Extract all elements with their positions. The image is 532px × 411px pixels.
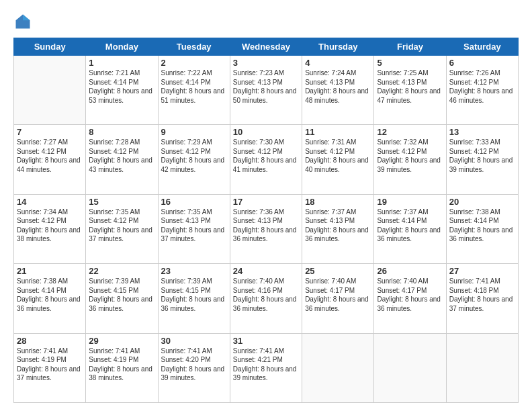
calendar-cell	[302, 333, 374, 402]
day-number: 5	[377, 58, 443, 68]
day-number: 8	[89, 127, 154, 137]
calendar-cell: 10 Sunrise: 7:30 AMSunset: 4:12 PMDaylig…	[230, 125, 302, 194]
day-number: 24	[233, 266, 299, 276]
day-number: 26	[377, 266, 443, 276]
cell-details: Sunrise: 7:32 AMSunset: 4:12 PMDaylight:…	[377, 138, 441, 173]
cell-details: Sunrise: 7:22 AMSunset: 4:14 PMDaylight:…	[161, 69, 225, 104]
day-number: 6	[449, 58, 515, 68]
calendar-cell	[446, 333, 518, 402]
day-number: 20	[449, 197, 515, 207]
day-number: 23	[161, 266, 227, 276]
calendar-week-row: 28 Sunrise: 7:41 AMSunset: 4:19 PMDaylig…	[14, 333, 519, 402]
logo	[13, 12, 35, 31]
calendar-cell: 5 Sunrise: 7:25 AMSunset: 4:13 PMDayligh…	[374, 56, 446, 125]
svg-marker-1	[23, 15, 30, 21]
cell-details: Sunrise: 7:39 AMSunset: 4:15 PMDaylight:…	[161, 277, 225, 312]
calendar-cell	[374, 333, 446, 402]
weekday-header: Thursday	[302, 38, 374, 56]
calendar-table: SundayMondayTuesdayWednesdayThursdayFrid…	[13, 38, 519, 403]
calendar-week-row: 14 Sunrise: 7:34 AMSunset: 4:12 PMDaylig…	[14, 194, 519, 263]
day-number: 28	[17, 336, 83, 346]
calendar-cell: 27 Sunrise: 7:41 AMSunset: 4:18 PMDaylig…	[446, 264, 518, 333]
cell-details: Sunrise: 7:40 AMSunset: 4:16 PMDaylight:…	[233, 277, 297, 312]
weekday-header: Monday	[86, 38, 158, 56]
calendar-cell: 24 Sunrise: 7:40 AMSunset: 4:16 PMDaylig…	[230, 264, 302, 333]
weekday-header: Friday	[374, 38, 446, 56]
day-number: 3	[233, 58, 299, 68]
day-number: 14	[17, 197, 83, 207]
calendar-cell: 14 Sunrise: 7:34 AMSunset: 4:12 PMDaylig…	[14, 194, 86, 263]
weekday-header-row: SundayMondayTuesdayWednesdayThursdayFrid…	[14, 38, 519, 56]
calendar-week-row: 7 Sunrise: 7:27 AMSunset: 4:12 PMDayligh…	[14, 125, 519, 194]
cell-details: Sunrise: 7:39 AMSunset: 4:15 PMDaylight:…	[89, 277, 152, 312]
calendar-cell: 1 Sunrise: 7:21 AMSunset: 4:14 PMDayligh…	[86, 56, 158, 125]
calendar-cell: 6 Sunrise: 7:26 AMSunset: 4:12 PMDayligh…	[446, 56, 518, 125]
cell-details: Sunrise: 7:35 AMSunset: 4:12 PMDaylight:…	[89, 208, 152, 243]
calendar-cell: 20 Sunrise: 7:38 AMSunset: 4:14 PMDaylig…	[446, 194, 518, 263]
calendar-cell: 17 Sunrise: 7:36 AMSunset: 4:13 PMDaylig…	[230, 194, 302, 263]
day-number: 9	[161, 127, 227, 137]
day-number: 25	[305, 266, 371, 276]
day-number: 30	[161, 336, 227, 346]
cell-details: Sunrise: 7:21 AMSunset: 4:14 PMDaylight:…	[89, 69, 152, 104]
day-number: 11	[305, 127, 371, 137]
day-number: 4	[305, 58, 371, 68]
calendar-cell: 30 Sunrise: 7:41 AMSunset: 4:20 PMDaylig…	[158, 333, 230, 402]
calendar-cell: 23 Sunrise: 7:39 AMSunset: 4:15 PMDaylig…	[158, 264, 230, 333]
calendar-cell: 7 Sunrise: 7:27 AMSunset: 4:12 PMDayligh…	[14, 125, 86, 194]
weekday-header: Tuesday	[158, 38, 230, 56]
calendar-cell: 25 Sunrise: 7:40 AMSunset: 4:17 PMDaylig…	[302, 264, 374, 333]
calendar-cell: 9 Sunrise: 7:29 AMSunset: 4:12 PMDayligh…	[158, 125, 230, 194]
day-number: 16	[161, 197, 227, 207]
cell-details: Sunrise: 7:41 AMSunset: 4:18 PMDaylight:…	[449, 277, 513, 312]
cell-details: Sunrise: 7:27 AMSunset: 4:12 PMDaylight:…	[17, 138, 81, 173]
weekday-header: Sunday	[14, 38, 86, 56]
calendar-week-row: 21 Sunrise: 7:38 AMSunset: 4:14 PMDaylig…	[14, 264, 519, 333]
cell-details: Sunrise: 7:41 AMSunset: 4:21 PMDaylight:…	[233, 347, 297, 382]
calendar-cell: 22 Sunrise: 7:39 AMSunset: 4:15 PMDaylig…	[86, 264, 158, 333]
day-number: 29	[89, 336, 154, 346]
calendar-cell: 8 Sunrise: 7:28 AMSunset: 4:12 PMDayligh…	[86, 125, 158, 194]
calendar-cell: 28 Sunrise: 7:41 AMSunset: 4:19 PMDaylig…	[14, 333, 86, 402]
header	[13, 12, 519, 31]
cell-details: Sunrise: 7:30 AMSunset: 4:12 PMDaylight:…	[233, 138, 297, 173]
calendar-cell: 18 Sunrise: 7:37 AMSunset: 4:13 PMDaylig…	[302, 194, 374, 263]
day-number: 19	[377, 197, 443, 207]
day-number: 27	[449, 266, 515, 276]
cell-details: Sunrise: 7:41 AMSunset: 4:20 PMDaylight:…	[161, 347, 225, 382]
calendar-cell: 2 Sunrise: 7:22 AMSunset: 4:14 PMDayligh…	[158, 56, 230, 125]
cell-details: Sunrise: 7:38 AMSunset: 4:14 PMDaylight:…	[17, 277, 81, 312]
day-number: 12	[377, 127, 443, 137]
day-number: 1	[89, 58, 154, 68]
day-number: 17	[233, 197, 299, 207]
cell-details: Sunrise: 7:41 AMSunset: 4:19 PMDaylight:…	[89, 347, 152, 382]
cell-details: Sunrise: 7:37 AMSunset: 4:13 PMDaylight:…	[305, 208, 369, 243]
calendar-week-row: 1 Sunrise: 7:21 AMSunset: 4:14 PMDayligh…	[14, 56, 519, 125]
calendar-cell: 29 Sunrise: 7:41 AMSunset: 4:19 PMDaylig…	[86, 333, 158, 402]
day-number: 7	[17, 127, 83, 137]
day-number: 15	[89, 197, 154, 207]
calendar-cell: 13 Sunrise: 7:33 AMSunset: 4:12 PMDaylig…	[446, 125, 518, 194]
cell-details: Sunrise: 7:41 AMSunset: 4:19 PMDaylight:…	[17, 347, 81, 382]
cell-details: Sunrise: 7:28 AMSunset: 4:12 PMDaylight:…	[89, 138, 152, 173]
calendar-cell	[14, 56, 86, 125]
weekday-header: Wednesday	[230, 38, 302, 56]
cell-details: Sunrise: 7:40 AMSunset: 4:17 PMDaylight:…	[377, 277, 441, 312]
cell-details: Sunrise: 7:38 AMSunset: 4:14 PMDaylight:…	[449, 208, 513, 243]
cell-details: Sunrise: 7:37 AMSunset: 4:14 PMDaylight:…	[377, 208, 441, 243]
day-number: 13	[449, 127, 515, 137]
logo-icon	[13, 12, 32, 31]
calendar-cell: 19 Sunrise: 7:37 AMSunset: 4:14 PMDaylig…	[374, 194, 446, 263]
cell-details: Sunrise: 7:26 AMSunset: 4:12 PMDaylight:…	[449, 69, 513, 104]
calendar-cell: 16 Sunrise: 7:35 AMSunset: 4:13 PMDaylig…	[158, 194, 230, 263]
calendar-cell: 26 Sunrise: 7:40 AMSunset: 4:17 PMDaylig…	[374, 264, 446, 333]
cell-details: Sunrise: 7:24 AMSunset: 4:13 PMDaylight:…	[305, 69, 369, 104]
calendar-cell: 11 Sunrise: 7:31 AMSunset: 4:12 PMDaylig…	[302, 125, 374, 194]
day-number: 18	[305, 197, 371, 207]
calendar-cell: 31 Sunrise: 7:41 AMSunset: 4:21 PMDaylig…	[230, 333, 302, 402]
cell-details: Sunrise: 7:23 AMSunset: 4:13 PMDaylight:…	[233, 69, 297, 104]
day-number: 10	[233, 127, 299, 137]
page: SundayMondayTuesdayWednesdayThursdayFrid…	[0, 0, 532, 411]
cell-details: Sunrise: 7:29 AMSunset: 4:12 PMDaylight:…	[161, 138, 225, 173]
cell-details: Sunrise: 7:40 AMSunset: 4:17 PMDaylight:…	[305, 277, 369, 312]
